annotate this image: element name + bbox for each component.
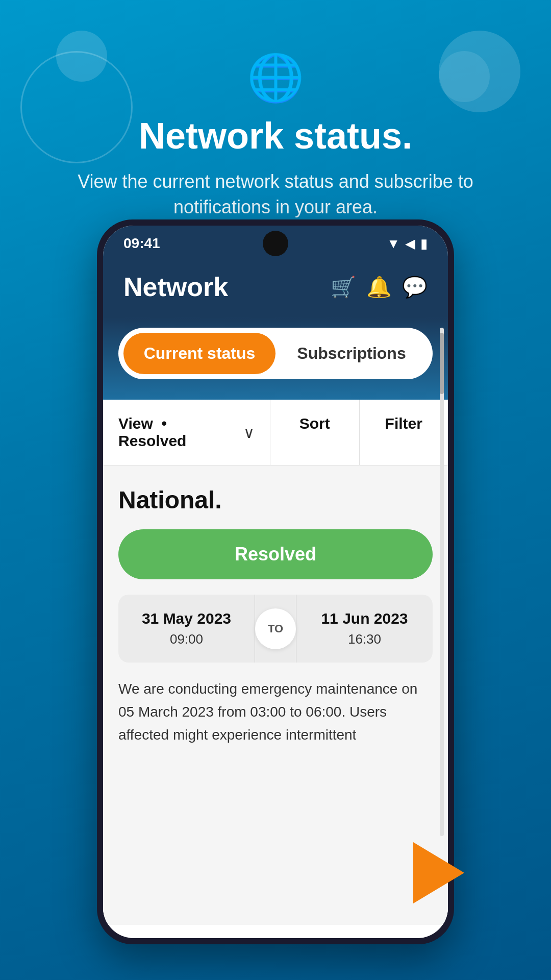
view-resolved-button[interactable]: View • Resolved ∨ [103,400,270,465]
description-text: We are conducting emergency maintenance … [118,678,433,746]
phone-mockup: 09:41 ▼ ◀ ▮ Network 🛒 🔔 💬 [97,219,454,944]
app-title: Network [123,272,228,302]
section-title: National. [118,486,433,514]
date-start-label: 31 May 2023 [129,610,244,627]
tab-wrapper: Current status Subscriptions [118,328,433,379]
phone-frame: 09:41 ▼ ◀ ▮ Network 🛒 🔔 💬 [97,219,454,944]
scrollbar[interactable] [440,328,444,836]
filter-view-text: View • Resolved [118,415,237,450]
date-range: 31 May 2023 09:00 TO 11 Jun 2023 16:30 [118,595,433,663]
resolved-badge-text: Resolved [235,544,316,565]
globe-icon: 🌐 [247,51,304,105]
status-bar: 09:41 ▼ ◀ ▮ [103,226,448,261]
battery-icon: ▮ [420,236,428,252]
tab-current-status[interactable]: Current status [123,333,276,374]
main-content: National. Resolved 31 May 2023 09:00 TO … [103,465,448,925]
filter-button[interactable]: Filter [360,400,448,465]
date-start: 31 May 2023 09:00 [118,595,255,663]
date-end-time: 16:30 [307,631,422,647]
phone-screen: 09:41 ▼ ◀ ▮ Network 🛒 🔔 💬 [103,226,448,938]
wifi-icon: ▼ [387,236,400,252]
hero-section: 🌐 Network status. View the current netwo… [0,0,551,220]
sort-button[interactable]: Sort [270,400,360,465]
account-icon[interactable]: 💬 [402,275,428,299]
status-time: 09:41 [123,235,160,252]
tab-subscriptions[interactable]: Subscriptions [276,333,428,374]
scrollbar-thumb [440,333,444,394]
hero-title: Network status. [139,115,412,157]
filter-bar: View • Resolved ∨ Sort Filter [103,400,448,465]
app-header: Network 🛒 🔔 💬 [103,261,448,317]
content-area: View • Resolved ∨ Sort Filter National. … [103,400,448,925]
to-badge: TO [255,608,296,649]
header-icons: 🛒 🔔 💬 [331,275,428,299]
tab-container: Current status Subscriptions [103,317,448,400]
camera-notch [263,231,288,256]
bell-icon[interactable]: 🔔 [366,275,392,299]
hero-subtitle: View the current network status and subs… [0,169,551,220]
date-end-label: 11 Jun 2023 [307,610,422,627]
date-start-time: 09:00 [129,631,244,647]
chevron-down-icon: ∨ [243,424,255,442]
signal-icon: ◀ [405,236,415,252]
resolved-badge: Resolved [118,529,433,579]
date-end: 11 Jun 2023 16:30 [296,595,433,663]
cart-icon[interactable]: 🛒 [331,275,356,299]
status-icons: ▼ ◀ ▮ [387,236,428,252]
bottom-arrow-decoration [413,842,464,903]
